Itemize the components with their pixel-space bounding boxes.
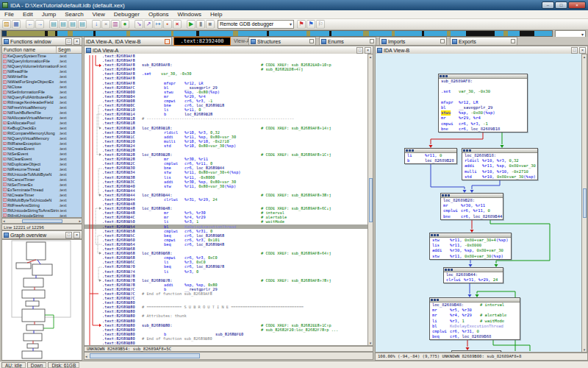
node-button-icon[interactable]: [448, 269, 450, 271]
function-row[interactable]: f RtlRaiseException .text: [2, 141, 82, 146]
node-button-icon[interactable]: [409, 149, 411, 152]
debugger-select[interactable]: Remote GDB debugger ▾: [218, 20, 294, 29]
tab-ida-view-group[interactable]: IDA View-A, IDA View-B: [84, 37, 172, 46]
node-button-icon[interactable]: [440, 75, 442, 77]
function-row[interactable]: f RtlCompareMemoryUlong .text: [2, 131, 82, 136]
function-row[interactable]: f NtReadFile .text: [2, 69, 82, 74]
view-b-vscrollbar[interactable]: ▴ ▾: [581, 54, 587, 353]
function-row[interactable]: f NtCancelTimer .text: [2, 177, 82, 182]
scroll-down-icon[interactable]: ▾: [584, 347, 586, 352]
node-button-icon[interactable]: [469, 149, 471, 152]
function-row[interactable]: f ExAllocatePool .text: [2, 121, 82, 126]
node-button-icon[interactable]: [451, 269, 453, 271]
function-row[interactable]: f NtClose .text: [2, 85, 82, 90]
xrefs-icon[interactable]: ×: [101, 20, 110, 29]
functions-list-header[interactable]: Function name Segm: [1, 46, 82, 54]
node-button-icon[interactable]: [445, 269, 447, 271]
tab-imports[interactable]: Imports: [379, 37, 447, 46]
function-row[interactable]: f NtCreateTimer .text: [2, 192, 82, 197]
jump-address-icon[interactable]: ↓: [92, 20, 101, 29]
node-button-icon[interactable]: [442, 75, 445, 77]
function-row[interactable]: f NtQueryVirtualMemory .text: [2, 136, 82, 141]
node-button-icon[interactable]: [437, 299, 439, 301]
float-window-icon[interactable]: □: [356, 47, 363, 54]
function-row[interactable]: f NtQueryInformationFile .text: [2, 59, 82, 64]
step-into-icon[interactable]: ↘: [135, 20, 143, 29]
stop-process-icon[interactable]: ■: [206, 20, 215, 29]
close-icon[interactable]: ×: [74, 232, 80, 238]
function-row[interactable]: f RtlUnicodeStringToAnsiString .text: [2, 208, 82, 213]
float-window-icon[interactable]: □: [65, 232, 72, 238]
minimize-button[interactable]: –: [542, 1, 554, 9]
node-button-icon[interactable]: [406, 149, 408, 152]
pause-process-icon[interactable]: ▮: [196, 20, 205, 29]
scroll-left-icon[interactable]: ◂: [85, 354, 87, 358]
menu-item[interactable]: Search: [60, 10, 87, 19]
function-row[interactable]: f NtWaitForSingleObjectEx .text: [2, 79, 82, 85]
node-button-icon[interactable]: [431, 234, 433, 236]
tab-enums[interactable]: Enums: [319, 37, 376, 46]
tab-view-a-partial[interactable]: View-A: [234, 38, 250, 43]
back-icon[interactable]: ←: [26, 20, 35, 29]
define-array-icon[interactable]: ▤: [78, 20, 87, 29]
function-row[interactable]: f NtFlushBuffersFile .text: [2, 110, 82, 116]
scroll-thumb[interactable]: [369, 178, 373, 222]
function-row[interactable]: f NtSetTimerEx .text: [2, 182, 82, 187]
graph-node[interactable]: loc_82689B44: clrlwi %r31, %r29, 24: [443, 267, 503, 283]
function-row[interactable]: f NtQueryFullAttributesFile .text: [2, 95, 82, 100]
watch-flag-icon[interactable]: ⚐: [316, 20, 325, 29]
function-row[interactable]: f KeBugCheckEx .text: [2, 126, 82, 131]
menu-item[interactable]: Edit: [18, 10, 37, 19]
function-row[interactable]: f NtCreateEvent .text: [2, 146, 82, 151]
cancel-debug-icon[interactable]: ×: [173, 20, 182, 29]
separator[interactable]: [21, 20, 25, 29]
node-button-icon[interactable]: [437, 234, 439, 236]
function-row[interactable]: f NtAllocateVirtualMemory .text: [2, 116, 82, 121]
graph-overview-minimap[interactable]: [1, 239, 82, 361]
separator[interactable]: [45, 20, 49, 29]
function-row[interactable]: f NtWriteFile .text: [2, 74, 82, 79]
function-row[interactable]: f RtlFreeAnsiString .text: [2, 202, 82, 208]
function-row[interactable]: f NtSetInformationFile .text: [2, 90, 82, 95]
function-row[interactable]: f NtFreeVirtualMemory .text: [2, 105, 82, 110]
separator[interactable]: [87, 20, 91, 29]
close-button[interactable]: ×: [568, 1, 586, 9]
node-button-icon[interactable]: [412, 149, 414, 152]
function-row[interactable]: f KeQuerySystemTime .text: [2, 54, 82, 59]
graph-node[interactable]: loc_82689B48: # interval mr %r5, %r30: [429, 297, 520, 340]
node-button-icon[interactable]: [448, 194, 450, 197]
node-button-icon[interactable]: [434, 299, 436, 301]
run-until-return-icon[interactable]: ↦: [154, 20, 162, 29]
navigation-band[interactable]: [1, 30, 553, 37]
node-button-icon[interactable]: [431, 299, 433, 301]
function-row[interactable]: f RtlInitUnicodeString .text: [2, 213, 82, 218]
function-row[interactable]: f NtDuplicateObject .text: [2, 161, 82, 166]
graph-node[interactable]: sub_82689AF8:: [438, 74, 528, 132]
forward-icon[interactable]: →: [35, 20, 44, 29]
save-icon[interactable]: ▦: [12, 20, 21, 29]
function-row[interactable]: f NtResumeThread .text: [2, 166, 82, 171]
scroll-thumb[interactable]: [22, 219, 62, 223]
node-button-icon[interactable]: [466, 149, 468, 152]
column-function-name[interactable]: Function name: [2, 46, 57, 53]
function-row[interactable]: f RtlUnicodeToMultiByteN .text: [2, 171, 82, 177]
define-string-icon[interactable]: ▤: [68, 20, 77, 29]
breakpoint-blue-flag-icon[interactable]: ⚑: [306, 20, 315, 29]
function-row[interactable]: f NtQueryVolumeInformationFile .text: [2, 64, 82, 69]
breakpoint-red-flag-icon[interactable]: ⚑: [297, 20, 306, 29]
menu-item[interactable]: File: [0, 10, 18, 19]
graph-node[interactable]: li %r11, 0 b loc_82689B28: [404, 148, 457, 164]
ok-icon[interactable]: ●: [121, 20, 129, 29]
float-window-icon[interactable]: □: [65, 38, 72, 45]
define-data-icon[interactable]: ▤: [49, 20, 58, 29]
node-button-icon[interactable]: [445, 194, 447, 197]
step-over-icon[interactable]: ↗: [144, 20, 153, 29]
window-tab-close-box[interactable]: [309, 39, 314, 43]
open-file-icon[interactable]: ▨: [2, 20, 11, 29]
tab-structures[interactable]: Structures: [248, 37, 316, 46]
menu-item[interactable]: Debugger: [110, 10, 144, 19]
menu-item[interactable]: Windows: [173, 10, 206, 19]
separator[interactable]: [182, 20, 186, 29]
function-row[interactable]: f NtSetEvent .text: [2, 151, 82, 156]
view-a-hscrollbar[interactable]: ◂: [84, 352, 373, 360]
